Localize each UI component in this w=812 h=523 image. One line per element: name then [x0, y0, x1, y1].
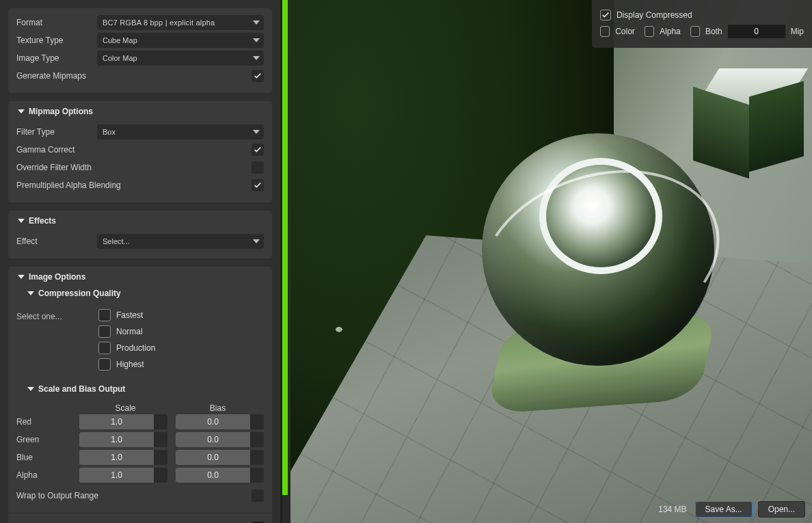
triangle-down-icon [27, 291, 34, 295]
image-type-label: Image Type [16, 53, 92, 63]
effect-label: Effect [16, 237, 92, 246]
channel-label: Red [16, 417, 71, 427]
mipmap-options-header[interactable]: Mipmap Options [8, 101, 272, 118]
quality-option-highest[interactable]: Highest [98, 358, 155, 371]
texture-type-label: Texture Type [16, 36, 92, 45]
generate-mipmaps-checkbox[interactable] [252, 70, 264, 82]
channel-label: Alpha [16, 470, 71, 480]
quality-checkbox[interactable] [98, 309, 111, 321]
premult-alpha-checkbox[interactable] [252, 179, 264, 191]
both-label: Both [705, 27, 722, 36]
image-options-header[interactable]: Image Options [8, 267, 272, 283]
viewport-footer: 134 MB Save As... Open... [658, 501, 805, 518]
scale-bias-row-alpha: Alpha 1.0 0.0 [16, 466, 264, 484]
check-icon [253, 180, 262, 190]
preview-scene [290, 0, 812, 523]
generate-mipmaps-label: Generate Mipmaps [16, 71, 246, 81]
panel-effects: Effects Effect Select... [8, 211, 272, 258]
color-checkbox[interactable] [600, 26, 610, 37]
viewport-overlay: Display Compressed Color Alpha Both 0 Mi… [592, 0, 812, 48]
triangle-down-icon [18, 275, 25, 279]
display-compressed-checkbox[interactable] [600, 10, 611, 21]
bias-input[interactable]: 0.0 [176, 414, 264, 429]
compression-quality-block: Select one... FastestNormalProductionHig… [16, 305, 264, 371]
chevron-down-icon [253, 21, 260, 25]
open-button[interactable]: Open... [758, 501, 805, 518]
texture-preview-viewport[interactable]: Display Compressed Color Alpha Both 0 Mi… [290, 0, 812, 523]
chevron-down-icon [253, 56, 260, 60]
premult-alpha-label: Premultiplied Alpha Blending [16, 180, 246, 190]
triangle-down-icon [18, 219, 25, 223]
chevron-down-icon [253, 38, 260, 42]
bias-input[interactable]: 0.0 [176, 432, 264, 447]
row-texture-type: Texture Type Cube Map [16, 31, 264, 49]
quality-list: FastestNormalProductionHighest [98, 309, 155, 371]
panel-mipmap-options: Mipmap Options Filter Type Box Gamma Cor… [8, 101, 272, 202]
quality-checkbox[interactable] [98, 358, 111, 371]
check-icon [253, 71, 262, 81]
check-icon [601, 10, 610, 20]
viewport-accent-bar [282, 0, 288, 495]
wrap-to-output-range-checkbox[interactable] [252, 490, 264, 502]
row-image-type: Image Type Color Map [16, 49, 264, 67]
app-root: Format BC7 RGBA 8 bpp | explicit alpha T… [0, 0, 812, 523]
color-label: Color [615, 27, 635, 36]
channel-label: Green [16, 435, 71, 444]
alpha-checkbox[interactable] [645, 26, 654, 37]
gamma-correct-checkbox[interactable] [252, 144, 264, 156]
filter-type-label: Filter Type [16, 127, 92, 137]
both-checkbox[interactable] [690, 26, 700, 37]
scale-input[interactable]: 1.0 [79, 450, 167, 465]
texture-type-dropdown[interactable]: Cube Map [97, 33, 264, 48]
display-compressed-label: Display Compressed [617, 10, 692, 20]
quality-checkbox[interactable] [98, 325, 111, 338]
image-type-dropdown[interactable]: Color Map [97, 51, 264, 66]
effect-dropdown[interactable]: Select... [97, 234, 264, 249]
chevron-down-icon [253, 130, 260, 134]
properties-panel[interactable]: Format BC7 RGBA 8 bpp | explicit alpha T… [0, 0, 280, 523]
bias-input[interactable]: 0.0 [176, 468, 264, 483]
panel-basic: Format BC7 RGBA 8 bpp | explicit alpha T… [8, 8, 272, 93]
quality-label: Production [116, 343, 155, 353]
scale-input[interactable]: 1.0 [79, 432, 167, 447]
panel-image-options: Image Options Compression Quality Select… [8, 267, 272, 523]
override-filter-width-label: Override Filter Width [16, 163, 246, 172]
triangle-down-icon [27, 387, 34, 391]
chevron-down-icon [253, 239, 260, 243]
scale-bias-header[interactable]: Scale and Bias Output [8, 379, 272, 395]
mip-label: Mip [791, 27, 804, 36]
quality-option-fastest[interactable]: Fastest [98, 309, 155, 321]
reflective-cube [693, 68, 802, 171]
compression-quality-header[interactable]: Compression Quality [8, 283, 272, 299]
scale-col-header: Scale [79, 403, 172, 413]
scale-input[interactable]: 1.0 [79, 468, 167, 483]
file-size-label: 134 MB [658, 505, 689, 514]
scale-bias-row-green: Green 1.0 0.0 [16, 431, 264, 448]
quality-label: Normal [116, 327, 143, 336]
wrap-to-output-range-label: Wrap to Output Range [16, 491, 246, 500]
quality-label: Fastest [116, 310, 143, 320]
viewport-wrap: Display Compressed Color Alpha Both 0 Mi… [280, 0, 812, 523]
scale-input[interactable]: 1.0 [79, 414, 167, 429]
bias-input[interactable]: 0.0 [176, 450, 264, 465]
select-one-label: Select one... [16, 309, 92, 371]
scale-bias-col-headers: Scale Bias [16, 401, 264, 413]
gamma-correct-label: Gamma Correct [16, 145, 246, 155]
format-dropdown[interactable]: BC7 RGBA 8 bpp | explicit alpha [97, 15, 264, 30]
check-icon [253, 145, 262, 155]
scale-bias-row-red: Red 1.0 0.0 [16, 413, 264, 431]
row-format: Format BC7 RGBA 8 bpp | explicit alpha [16, 14, 264, 31]
quality-checkbox[interactable] [98, 342, 111, 354]
override-filter-width-checkbox[interactable] [252, 161, 264, 174]
reflective-sphere [482, 133, 714, 366]
effects-header[interactable]: Effects [8, 211, 272, 227]
mip-level-input[interactable]: 0 [728, 25, 785, 38]
channel-label: Blue [16, 453, 71, 462]
bias-col-header: Bias [172, 403, 264, 413]
filter-type-dropdown[interactable]: Box [97, 124, 264, 139]
format-label: Format [16, 18, 92, 27]
save-as-button[interactable]: Save As... [695, 501, 753, 518]
scale-bias-row-blue: Blue 1.0 0.0 [16, 448, 264, 466]
quality-option-normal[interactable]: Normal [98, 325, 155, 338]
quality-option-production[interactable]: Production [98, 342, 155, 354]
